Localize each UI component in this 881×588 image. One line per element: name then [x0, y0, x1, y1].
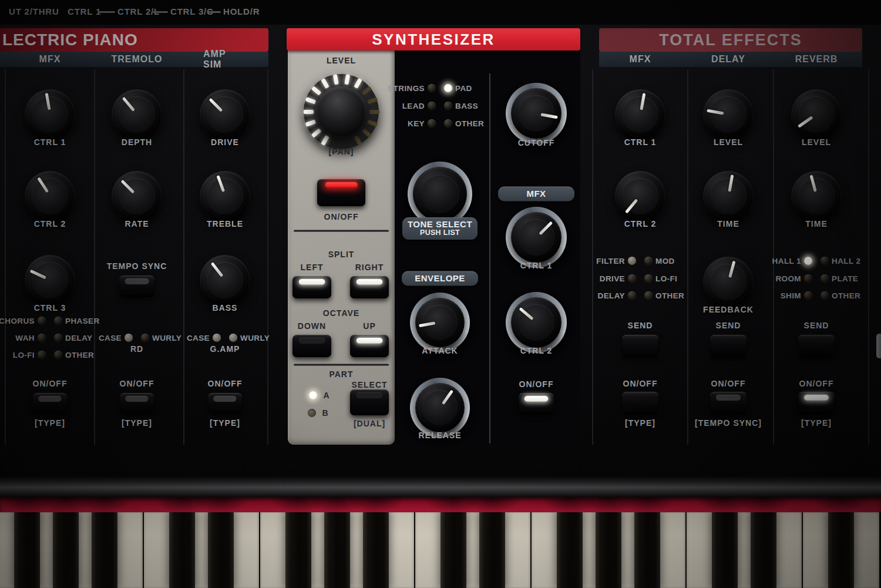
- ep-ampsim-onoff-button-indicator: [213, 396, 236, 402]
- octave-up-button[interactable]: [350, 335, 389, 357]
- black-key-5[interactable]: [169, 512, 195, 588]
- ep-mfx-ctrl1-knob[interactable]: [25, 89, 75, 140]
- ep-mfx-row-wah-delay-left-led: [38, 334, 46, 342]
- fx-reverb-level-label: LEVEL: [802, 137, 831, 147]
- panel-divider-1: [294, 230, 389, 232]
- ep-ampsim-bass-knob[interactable]: [200, 255, 250, 305]
- synth-mfx-onoff-button[interactable]: [519, 393, 554, 414]
- ep-mfx-ctrl3-knob[interactable]: [25, 255, 75, 305]
- pedal-dash-2: [153, 11, 168, 13]
- jack-label: UT 2/THRU: [9, 6, 59, 16]
- ep-ampsim-drive-knob[interactable]: [200, 89, 250, 140]
- black-key-19[interactable]: [712, 512, 738, 588]
- synthesizer-title: SYNTHESIZER: [287, 28, 580, 51]
- fx-reverb-row-room-plate-left-led: [804, 274, 812, 283]
- fx-delay-send-button[interactable]: [710, 335, 747, 357]
- black-key-12[interactable]: [441, 512, 466, 588]
- black-key-20[interactable]: [751, 512, 776, 588]
- fx-mfx-row-delay-other-right-label: OTHER: [655, 291, 684, 300]
- split-right-button[interactable]: [350, 276, 389, 298]
- black-key-16[interactable]: [596, 512, 621, 588]
- fx-delay-onoff-button[interactable]: [710, 392, 747, 414]
- fx-delay-time-knob[interactable]: [703, 171, 754, 221]
- part-select-button[interactable]: [350, 389, 389, 415]
- felt-shadow-6: [194, 497, 248, 512]
- synth-mfx-badge-line1: MFX: [498, 189, 574, 199]
- fx-reverb-send-button[interactable]: [798, 335, 835, 357]
- fx-mfx-send-button[interactable]: [622, 335, 658, 357]
- fx-reverb-type-label: [TYPE]: [801, 418, 832, 428]
- synth-mfx-ctrl1-knob[interactable]: [511, 212, 561, 263]
- synth-pan-label: [PAN]: [329, 147, 354, 156]
- tone-row-key-other-right-led: [444, 119, 452, 127]
- fx-mfx-onoff-label: ON/OFF: [623, 379, 658, 388]
- fx-reverb-row-shim-other-left-label: SHIM: [781, 291, 801, 300]
- cutoff-label: CUTOFF: [518, 138, 555, 147]
- fx-mfx-row-delay-other-left-label: DELAY: [597, 291, 625, 300]
- black-key-6[interactable]: [208, 512, 234, 588]
- cutoff-knob-pointer-line: [540, 113, 558, 119]
- fx-delay-temposync-label: [TEMPO SYNC]: [695, 418, 762, 428]
- attack-knob[interactable]: [415, 298, 465, 347]
- piano-keyboard[interactable]: [0, 512, 881, 588]
- fx-delay-level-knob[interactable]: [703, 89, 754, 140]
- ep-mfx-row-wah-delay-left-label: WAH: [15, 334, 35, 342]
- ep-mfx-ctrl2-knob[interactable]: [25, 171, 75, 221]
- black-key-9[interactable]: [324, 512, 350, 588]
- fx-mfx-ctrl2-knob[interactable]: [615, 171, 665, 221]
- black-key-2[interactable]: [53, 512, 79, 588]
- ep-tremolo-onoff-button[interactable]: [120, 393, 154, 413]
- tone-row-strings-pad-left-led: [428, 84, 436, 92]
- octave-down-button[interactable]: [292, 335, 331, 357]
- total-effects-title: TOTAL EFFECTS: [599, 28, 862, 52]
- black-key-13[interactable]: [479, 512, 505, 588]
- ep-mfx-row-wah-delay-right-label: DELAY: [65, 334, 93, 342]
- black-key-17[interactable]: [634, 512, 660, 588]
- fx-reverb-onoff-button[interactable]: [798, 392, 835, 414]
- ep-tremolo-rate-knob[interactable]: [112, 171, 162, 221]
- black-key-10[interactable]: [363, 512, 389, 588]
- synth-onoff-button[interactable]: [317, 179, 365, 206]
- edge-partial-button[interactable]: [876, 334, 881, 358]
- fx-reverb-level-knob[interactable]: [791, 89, 842, 140]
- split-left-button[interactable]: [292, 276, 331, 298]
- black-key-8[interactable]: [285, 512, 311, 588]
- black-key-1[interactable]: [14, 512, 40, 588]
- black-key-22[interactable]: [828, 512, 854, 588]
- release-knob[interactable]: [415, 383, 465, 432]
- ep-mfx-row-lofi-other-left-label: LO-FI: [13, 351, 35, 359]
- fx-delay-feedback-knob[interactable]: [703, 257, 754, 307]
- fx-reverb-row-room-plate-right-label: PLATE: [832, 274, 858, 283]
- ep-column-ampsim-label: AMP SIM: [203, 49, 247, 70]
- fx-delay-feedback-knob-pointer: [697, 251, 759, 313]
- ep-ampsim-treble-knob[interactable]: [200, 171, 250, 221]
- ep-tremolo-depth-knob[interactable]: [112, 89, 162, 140]
- ep-tremolo-row-case-wurly-right-led: [141, 334, 149, 342]
- felt-shadow-20: [737, 497, 791, 512]
- fx-mfx-ctrl1-knob[interactable]: [615, 89, 665, 140]
- tone-select-knob[interactable]: [413, 167, 467, 221]
- fx-reverb-send-label: SEND: [804, 321, 829, 330]
- ep-mfx-ctrl1-knob-pointer-line: [45, 93, 51, 110]
- ep-ampsim-onoff-button[interactable]: [208, 393, 242, 413]
- fx-mfx-row-delay-other-left-led: [628, 291, 636, 300]
- ep-ampsim-treble-knob-pointer-line: [216, 175, 225, 192]
- pedal-dash-1: [97, 11, 115, 13]
- part-a-led: [309, 391, 317, 399]
- ep-tremolo-temposync-button[interactable]: [119, 275, 154, 297]
- synth-mfx-ctrl2-knob[interactable]: [511, 297, 561, 348]
- column-divider-3: [183, 69, 184, 445]
- black-key-3[interactable]: [92, 512, 117, 588]
- fx-mfx-ctrl2-knob-pointer-line: [625, 199, 638, 214]
- synth-mfx-ctrl1-knob-pointer-line: [539, 221, 553, 235]
- ep-mfx-onoff-button[interactable]: [33, 393, 67, 413]
- ep-ampsim-gamp-label: G.AMP: [210, 344, 240, 354]
- synth-level-knob-tick-13: [369, 110, 379, 114]
- fx-reverb-row-hall1-hall2-right-label: HALL 2: [832, 257, 860, 266]
- fx-reverb-time-knob[interactable]: [791, 171, 842, 221]
- electric-piano-title: LECTRIC PIANO: [0, 28, 268, 52]
- synth-mfx-badge: MFX: [498, 187, 574, 201]
- black-key-15[interactable]: [557, 512, 583, 588]
- fx-mfx-onoff-button[interactable]: [622, 392, 658, 414]
- cutoff-knob[interactable]: [511, 88, 561, 139]
